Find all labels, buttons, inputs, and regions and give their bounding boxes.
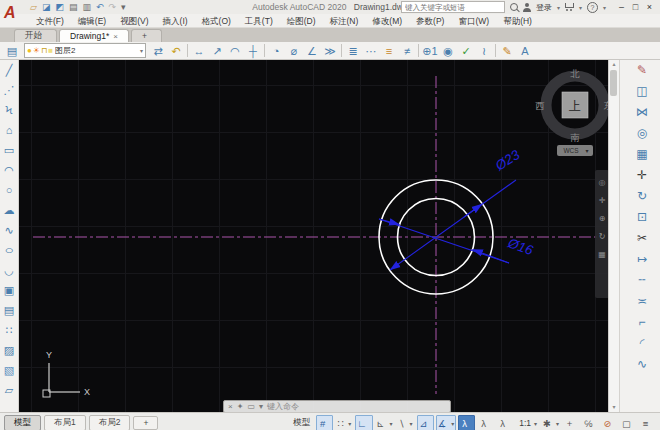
dim-ordinate-icon[interactable]: ┼: [244, 43, 262, 59]
plot-icon[interactable]: ▤: [69, 1, 78, 13]
customization-icon[interactable]: ≡: [639, 415, 656, 430]
layout-tab-layout2[interactable]: 布局2: [89, 415, 131, 430]
object-snap-icon[interactable]: ⊿: [417, 415, 434, 430]
dim-edit-icon[interactable]: ✎: [498, 43, 516, 59]
jogged-linear-icon[interactable]: ≀: [475, 43, 493, 59]
fillet-icon[interactable]: ◜: [631, 333, 653, 354]
spline-icon[interactable]: ∿: [0, 220, 18, 240]
zoom-icon[interactable]: ⊕: [599, 215, 606, 223]
circle-icon[interactable]: ○: [0, 180, 18, 200]
inspect-icon[interactable]: ✓: [457, 43, 475, 59]
dim-space-icon[interactable]: ≡: [380, 43, 398, 59]
full-navigation-wheel-icon[interactable]: ◎: [599, 179, 606, 187]
file-tab-start[interactable]: 开始: [14, 29, 57, 42]
isometric-drafting-icon[interactable]: ∖: [397, 415, 415, 430]
dim-radius-icon[interactable]: ◔: [267, 43, 285, 59]
showmotion-icon[interactable]: ▦: [598, 251, 606, 259]
layout-tab-new[interactable]: +: [133, 416, 158, 430]
dim-angular-icon[interactable]: ∠: [303, 43, 321, 59]
model-space-toggle[interactable]: 模型: [289, 415, 314, 430]
make-block-icon[interactable]: ▤: [0, 300, 18, 320]
arc-icon[interactable]: ◠: [0, 160, 18, 180]
move-icon[interactable]: ✛: [631, 165, 653, 186]
menu-dimension[interactable]: 标注(N): [324, 15, 365, 27]
dim-arc-length-icon[interactable]: ◠: [226, 43, 244, 59]
open-icon[interactable]: ▱: [30, 1, 37, 13]
search-icon[interactable]: [510, 3, 518, 11]
tolerance-icon[interactable]: ⊕1: [421, 43, 439, 59]
drawing-canvas[interactable]: Ø23 Ø16 上 北 南 西 东: [19, 60, 608, 412]
menu-view[interactable]: 视图(V): [114, 15, 154, 27]
point-icon[interactable]: ∷: [0, 320, 18, 340]
polar-tracking-icon[interactable]: ⊾: [375, 415, 395, 430]
menu-window[interactable]: 窗口(W): [452, 15, 495, 27]
rotate-icon[interactable]: ↻: [631, 186, 653, 207]
construction-line-icon[interactable]: ⋰: [0, 80, 18, 100]
viewcube-top-label[interactable]: 上: [569, 99, 581, 113]
scale-icon[interactable]: ⊡: [631, 207, 653, 228]
menu-insert[interactable]: 插入(I): [157, 15, 194, 27]
offset-icon[interactable]: ◎: [631, 123, 653, 144]
gradient-icon[interactable]: ▧: [0, 360, 18, 380]
polyline-icon[interactable]: Ϟ: [0, 100, 18, 120]
ortho-mode-icon[interactable]: ∟: [355, 415, 372, 430]
viewcube-north-label[interactable]: 北: [570, 68, 580, 79]
annotation-scale-value[interactable]: 1:1: [515, 415, 539, 430]
insert-block-icon[interactable]: ▣: [0, 280, 18, 300]
menu-parametric[interactable]: 参数(P): [410, 15, 450, 27]
menu-format[interactable]: 格式(O): [196, 15, 237, 27]
match-layer-icon[interactable]: ⇄: [149, 43, 167, 59]
dim-aligned-icon[interactable]: ↗: [208, 43, 226, 59]
annotation-visibility-icon[interactable]: λ: [458, 415, 475, 430]
canvas-scrollbar[interactable]: ▴ ▾: [608, 60, 619, 412]
graphics-performance-icon[interactable]: ⊘: [601, 415, 618, 430]
recent-commands-dropdown-icon[interactable]: ▾: [259, 401, 263, 412]
hatch-icon[interactable]: ▨: [0, 340, 18, 360]
autocad-logo-icon[interactable]: A: [4, 1, 24, 25]
command-input[interactable]: 键入命令: [267, 401, 299, 412]
trim-icon[interactable]: ✂: [631, 228, 653, 249]
chamfer-icon[interactable]: ⌐: [631, 312, 653, 333]
object-snap-tracking-icon[interactable]: ∡: [436, 415, 457, 430]
menu-help[interactable]: 帮助(H): [497, 15, 538, 27]
sign-in-button[interactable]: 登录: [536, 2, 552, 13]
dim-baseline-icon[interactable]: ≣: [344, 43, 362, 59]
command-line-close-icon[interactable]: ×: [228, 401, 233, 412]
user-icon[interactable]: [523, 3, 531, 12]
save-icon[interactable]: ◪: [42, 1, 51, 13]
customize-quick-access-icon[interactable]: ▾: [121, 1, 126, 13]
center-mark-icon[interactable]: ◉: [439, 43, 457, 59]
layer-dropdown-arrow-icon[interactable]: ▾: [140, 47, 143, 54]
publish-icon[interactable]: ▥: [82, 1, 91, 13]
annotation-monitor-icon[interactable]: +: [563, 415, 580, 430]
undo-icon[interactable]: ↶: [96, 1, 104, 13]
break-icon[interactable]: ╌: [631, 270, 653, 291]
mirror-icon[interactable]: ⋈: [631, 102, 653, 123]
app-store-cart-icon[interactable]: [565, 3, 574, 11]
orbit-icon[interactable]: ↻: [599, 233, 606, 241]
viewcube-west-label[interactable]: 西: [535, 100, 545, 111]
copy-icon[interactable]: ◫: [631, 81, 653, 102]
pan-icon[interactable]: ✛: [599, 197, 606, 205]
dim-linear-icon[interactable]: ↔: [190, 43, 208, 59]
viewcube[interactable]: 上 北 南 西 东 WCS ▾: [535, 68, 608, 156]
polygon-icon[interactable]: ⌂: [0, 120, 18, 140]
rectangle-icon[interactable]: ▭: [0, 140, 18, 160]
dim-text-edit-icon[interactable]: A: [516, 43, 534, 59]
join-icon[interactable]: ≍: [631, 291, 653, 312]
wcs-dropdown-icon[interactable]: ▾: [585, 148, 588, 154]
command-line-customize-icon[interactable]: ✦: [237, 401, 244, 412]
line-icon[interactable]: ╱: [0, 60, 18, 80]
revision-cloud-icon[interactable]: ☁: [0, 200, 18, 220]
sign-in-dropdown-icon[interactable]: ▾: [557, 4, 560, 11]
file-tab-new[interactable]: +: [131, 29, 162, 42]
isolate-objects-icon[interactable]: ℅: [582, 415, 599, 430]
viewcube-south-label[interactable]: 南: [570, 132, 580, 143]
ellipse-arc-icon[interactable]: ◡: [0, 260, 18, 280]
dim-diameter-icon[interactable]: ⌀: [285, 43, 303, 59]
array-icon[interactable]: ▦: [631, 144, 653, 165]
minimize-button[interactable]: –: [615, 1, 628, 13]
scroll-up-icon[interactable]: ▴: [609, 60, 619, 69]
menu-tools[interactable]: 工具(T): [239, 15, 279, 27]
cart-dropdown-icon[interactable]: ▾: [579, 4, 582, 11]
